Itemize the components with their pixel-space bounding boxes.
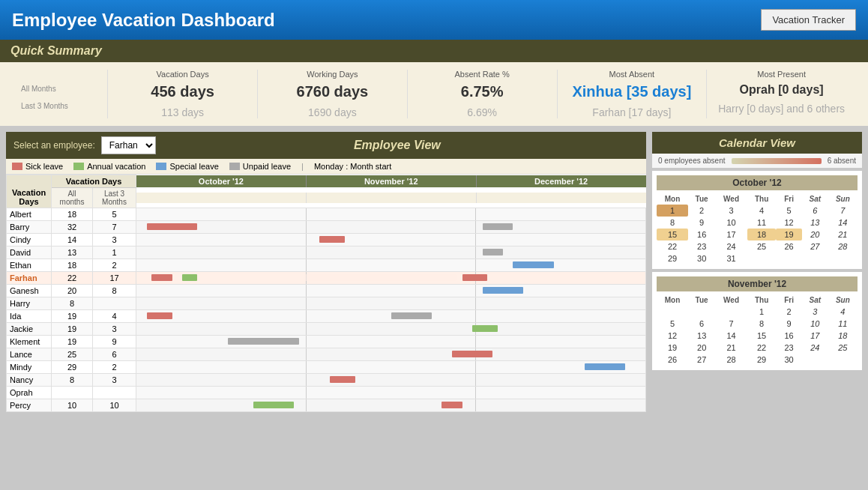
- last3-months-val: 5: [93, 208, 136, 221]
- cal-day-sun: 25: [828, 342, 858, 354]
- all-months-label: All Months: [21, 85, 98, 93]
- all-months-val: 18: [52, 259, 93, 272]
- cal-week-row: 22 23 24 25 26 27 28: [657, 241, 858, 252]
- table-row: Mindy292: [7, 361, 646, 374]
- employee-name: Oprah: [7, 387, 52, 399]
- all-months-val: 29: [52, 361, 93, 374]
- cal-day: 15: [657, 229, 688, 241]
- absence-bar-section: 0 employees absent 6 absent: [652, 154, 862, 168]
- employee-name: Ethan: [7, 259, 52, 272]
- legend-separator: |: [301, 162, 304, 171]
- cal-day: 30: [776, 354, 802, 366]
- most-absent-all: Xinhua [35 days]: [565, 83, 699, 100]
- cal-day: 30: [688, 252, 715, 264]
- cal-week-row: 15 16 17 18 19 20 21: [657, 229, 858, 241]
- cal-day-sat: 10: [802, 318, 828, 330]
- cal-day-sun: 28: [828, 241, 858, 252]
- cal-day-sat: 17: [802, 330, 828, 342]
- cal-day: 26: [657, 354, 688, 366]
- employee-name: Ganesh: [7, 285, 52, 297]
- gantt-cell: [136, 208, 646, 221]
- page-title: Employee Vacation Dashboard: [12, 10, 275, 31]
- cal-day: 1: [747, 306, 776, 318]
- cal-day: 18: [747, 229, 776, 241]
- cal-day: 8: [657, 217, 688, 229]
- employee-name: Percy: [7, 399, 52, 412]
- last3-months-val: 10: [93, 399, 136, 412]
- all-months-val: 25: [52, 348, 93, 361]
- cal-day: 16: [776, 330, 802, 342]
- cal-day: 14: [715, 330, 747, 342]
- employee-name: Nancy: [7, 374, 52, 387]
- october-month-title: October '12: [657, 175, 858, 190]
- select-employee-label: Select an employee:: [13, 140, 95, 151]
- cal-day: 23: [776, 342, 802, 354]
- employee-table: Vacation Days Vacation Days October '12 …: [6, 175, 646, 412]
- sat-header: Sat: [802, 193, 828, 205]
- employee-table-wrap: Vacation Days Vacation Days October '12 …: [6, 175, 646, 412]
- employee-name: Farhan: [7, 272, 52, 285]
- gantt-bar: [585, 363, 625, 370]
- cal-day: 3: [715, 205, 747, 217]
- cal-day: 2: [688, 205, 715, 217]
- last3-months-val: 2: [93, 361, 136, 374]
- fri-header: Fri: [776, 193, 802, 205]
- last3-months-val: 8: [93, 285, 136, 297]
- gantt-bar: [147, 312, 172, 319]
- vacation-days-col-header: Vacation Days: [52, 175, 136, 188]
- cal-day: 22: [657, 241, 688, 252]
- november-cal-grid: Mon Tue Wed Thu Fri Sat Sun 1: [657, 294, 858, 366]
- last3-months-val: 9: [93, 336, 136, 348]
- cal-week-row: 8 9 10 11 12 13 14: [657, 217, 858, 229]
- most-present-last3: Harry [0 days] and 6 others: [714, 103, 849, 115]
- cal-week-row: 5 6 7 8 9 10 11: [657, 318, 858, 330]
- vacation-days-last3: 113 days: [115, 106, 250, 118]
- cal-day: 29: [657, 252, 688, 264]
- gantt-bar: [330, 376, 355, 383]
- cal-empty: [802, 252, 828, 264]
- vacation-tracker-button[interactable]: Vacation Tracker: [761, 9, 856, 31]
- table-row: Klement199: [7, 336, 646, 348]
- absence-min-label: 0 employees absent: [658, 157, 726, 165]
- table-row: Harry8: [7, 297, 646, 310]
- cal-week-row: 19 20 21 22 23 24 25: [657, 342, 858, 354]
- cal-empty: [657, 306, 688, 318]
- table-row: Cindy143: [7, 234, 646, 246]
- gantt-cell: [136, 285, 646, 297]
- wed-header: Wed: [715, 193, 747, 205]
- quick-summary-section: Quick Summary: [0, 40, 868, 62]
- monday-label: Monday : Month start: [314, 162, 391, 171]
- all-months-sub-header: All months: [52, 188, 93, 208]
- cal-day: 6: [688, 318, 715, 330]
- annual-vacation-icon: [73, 163, 84, 170]
- cal-day: 25: [747, 241, 776, 252]
- summary-most-absent-col: Most Absent Xinhua [35 days] Farhan [17 …: [558, 70, 708, 118]
- cal-empty: [828, 252, 858, 264]
- cal-day: 1: [657, 205, 688, 217]
- last3-months-val: 3: [93, 374, 136, 387]
- all-months-val: 13: [52, 246, 93, 259]
- summary-body: All Months Last 3 Months Vacation Days 4…: [0, 62, 868, 126]
- unpaid-leave-label: Unpaid leave: [243, 162, 291, 171]
- chart-legend: Sick leave Annual vacation Special leave…: [6, 159, 646, 175]
- october-calendar: October '12 Mon Tue Wed Thu Fri Sat Sun: [652, 171, 862, 269]
- sick-leave-icon: [12, 163, 22, 170]
- all-months-val: 20: [52, 285, 93, 297]
- gantt-cell: [136, 361, 646, 374]
- cal-day-sun: 11: [828, 318, 858, 330]
- name-header: Vacation Days: [7, 175, 52, 208]
- gantt-bar: [182, 274, 197, 281]
- summary-absent-rate-col: Absent Rate % 6.75% 6.69%: [408, 70, 558, 118]
- cal-day-sat: 20: [802, 229, 828, 241]
- all-months-val: 10: [52, 399, 93, 412]
- summary-working-days-col: Working Days 6760 days 1690 days: [258, 70, 408, 118]
- last3-months-val: 1: [93, 246, 136, 259]
- gantt-bar: [319, 236, 345, 243]
- last3-months-val: [93, 387, 136, 399]
- employee-select[interactable]: Farhan Albert Barry: [101, 136, 156, 154]
- summary-most-present-col: Most Present Oprah [0 days] Harry [0 day…: [707, 70, 856, 118]
- cal-empty: [828, 354, 858, 366]
- cal-empty: [715, 306, 747, 318]
- cal-day: 19: [657, 342, 688, 354]
- employee-name: Ida: [7, 310, 52, 323]
